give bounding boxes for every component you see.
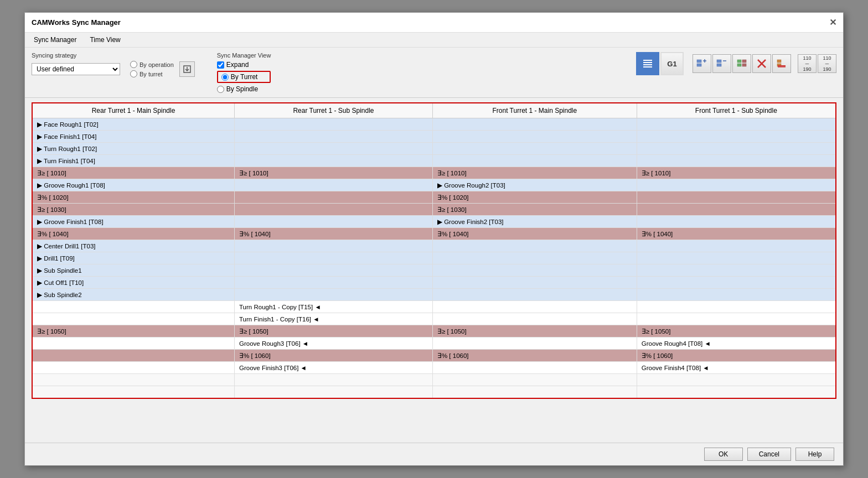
title-bar: CAMWorks Sync Manager ✕	[25, 13, 843, 33]
by-turret-view-label: By Turret	[231, 73, 258, 81]
table-row[interactable]: ▶ Drill1 [T09]	[32, 252, 836, 264]
move-up-button[interactable]	[732, 54, 751, 73]
table-cell	[235, 252, 433, 264]
numbering-btn1[interactable]: 110 ─ 190	[798, 54, 817, 73]
table-cell	[432, 301, 637, 313]
delete-button[interactable]	[752, 54, 771, 73]
table-cell	[235, 264, 433, 277]
table-cell	[432, 386, 637, 398]
table-row[interactable]: Turn Finish1 - Copy [T16] ◄	[32, 313, 836, 325]
table-row[interactable]: ∃% [ 1040]∃% [ 1040]∃% [ 1040]∃% [ 1040]	[32, 228, 836, 240]
table-row[interactable]: ▶ Center Drill1 [T03]	[32, 240, 836, 252]
by-spindle-view-label: By Spindle	[226, 85, 258, 93]
expand-checkbox[interactable]	[217, 61, 224, 69]
table-cell: Groove Rough4 [T08] ◄	[637, 337, 836, 350]
table-cell: ▶ Face Finish1 [T04]	[32, 131, 235, 143]
table-cell	[432, 252, 637, 264]
table-cell: ∃% [ 1020]	[432, 191, 637, 204]
table-header: Rear Turret 1 - Main Spindle Rear Turret…	[32, 103, 836, 118]
table-row[interactable]: ∃% [ 1020]∃% [ 1020]	[32, 191, 836, 204]
table-row[interactable]: ∃≥ [ 1050]∃≥ [ 1050]∃≥ [ 1050]∃≥ [ 1050]	[32, 325, 836, 337]
large-buttons-group: G1	[636, 52, 684, 75]
table-cell	[432, 143, 637, 155]
toolbar-area: Syncing strategy User defined By operati…	[25, 48, 843, 98]
table-cell	[432, 337, 637, 350]
table-cell	[235, 131, 433, 143]
table-row[interactable]: ▶ Face Finish1 [T04]	[32, 131, 836, 143]
table-cell: ∃≥ [ 1030]	[32, 204, 235, 216]
table-cell	[637, 179, 836, 191]
table-cell	[432, 313, 637, 325]
settings-icon	[776, 58, 787, 69]
cancel-button[interactable]: Cancel	[747, 448, 791, 461]
table-cell: ▶ Turn Finish1 [T04]	[32, 155, 235, 167]
expand-label: Expand	[226, 61, 249, 69]
help-button[interactable]: Help	[795, 448, 834, 461]
table-row[interactable]: ▶ Groove Rough1 [T08]▶ Groove Rough2 [T0…	[32, 179, 836, 191]
table-row[interactable]: ▶ Sub Spindle2	[32, 289, 836, 301]
table-cell	[637, 301, 836, 313]
table-cell	[432, 289, 637, 301]
table-cell	[637, 204, 836, 216]
sync-add-icon	[696, 58, 707, 69]
toolbar-right: G1	[636, 52, 836, 75]
table-cell	[235, 204, 433, 216]
svg-rect-6	[697, 60, 701, 63]
table-cell: ▶ Sub Spindle1	[32, 264, 235, 277]
menu-time-view[interactable]: Time View	[87, 35, 122, 45]
table-row[interactable]	[32, 374, 836, 386]
table-row[interactable]: Groove Finish3 [T06] ◄Groove Finish4 [T0…	[32, 362, 836, 374]
footer: OK Cancel Help	[25, 443, 843, 465]
col-front-main: Front Turret 1 - Main Spindle	[432, 103, 637, 118]
by-spindle-view-radio[interactable]	[217, 86, 224, 93]
table-row[interactable]: ▶ Sub Spindle1	[32, 264, 836, 277]
table-cell	[637, 374, 836, 386]
table-row[interactable]: Turn Rough1 - Copy [T15] ◄	[32, 301, 836, 313]
table-cell	[432, 155, 637, 167]
table-cell	[32, 362, 235, 374]
strategy-select[interactable]: User defined	[32, 63, 120, 75]
svg-rect-10	[717, 60, 721, 63]
table-cell	[432, 240, 637, 252]
sync-list-icon	[642, 58, 653, 69]
table-cell: ∃≥ [ 1030]	[432, 204, 637, 216]
table-cell	[432, 118, 637, 131]
number-buttons-group: 110 ─ 190 110 ─ 190	[798, 54, 836, 73]
table-row[interactable]: ▶ Cut Off1 [T10]	[32, 277, 836, 289]
import-button[interactable]	[179, 61, 195, 77]
table-cell: ∃≥ [ 1010]	[432, 167, 637, 179]
by-turret-view-radio[interactable]	[221, 74, 229, 81]
table-row[interactable]: Groove Rough3 [T06] ◄Groove Rough4 [T08]…	[32, 337, 836, 350]
table-cell: ▶ Drill1 [T09]	[32, 252, 235, 264]
by-turret-radio[interactable]	[130, 70, 137, 77]
table-row[interactable]: ∃% [ 1060]∃% [ 1060]∃% [ 1060]	[32, 350, 836, 362]
table-cell	[32, 374, 235, 386]
sync-remove-button[interactable]	[712, 54, 731, 73]
menu-sync-manager[interactable]: Sync Manager	[32, 35, 79, 45]
table-cell: ▶ Cut Off1 [T10]	[32, 277, 235, 289]
g1-button[interactable]: G1	[660, 52, 684, 75]
table-row[interactable]: ▶ Face Rough1 [T02]	[32, 118, 836, 131]
table-row[interactable]: ∃≥ [ 1010]∃≥ [ 1010]∃≥ [ 1010]∃≥ [ 1010]	[32, 167, 836, 179]
table-cell	[637, 155, 836, 167]
ok-button[interactable]: OK	[704, 448, 743, 461]
sync-list-button[interactable]	[636, 52, 659, 75]
table-row[interactable]: ▶ Groove Finish1 [T08]▶ Groove Finish2 […	[32, 216, 836, 228]
col-front-sub: Front Turret 1 - Sub Spindle	[637, 103, 836, 118]
table-cell: ▶ Groove Finish1 [T08]	[32, 216, 235, 228]
table-row[interactable]: ∃≥ [ 1030]∃≥ [ 1030]	[32, 204, 836, 216]
table-row[interactable]: ▶ Turn Finish1 [T04]	[32, 155, 836, 167]
table-cell	[32, 337, 235, 350]
by-operation-radio[interactable]	[130, 61, 137, 68]
svg-rect-14	[737, 64, 741, 66]
settings-button[interactable]	[772, 54, 791, 73]
table-row[interactable]: ▶ Turn Rough1 [T02]	[32, 143, 836, 155]
table-cell: ∃≥ [ 1010]	[235, 167, 433, 179]
table-cell	[32, 313, 235, 325]
sync-add-button[interactable]	[693, 54, 711, 73]
close-button[interactable]: ✕	[829, 17, 836, 28]
table-row[interactable]	[32, 386, 836, 398]
table-cell	[637, 386, 836, 398]
table-cell	[432, 277, 637, 289]
numbering-btn2[interactable]: 110 ─ 190	[818, 54, 836, 73]
